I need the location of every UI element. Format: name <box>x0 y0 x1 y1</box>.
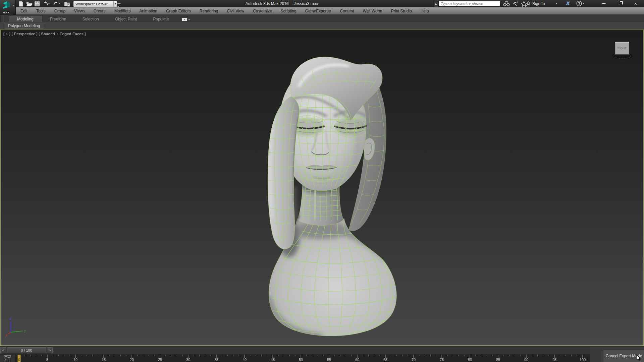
menu-gameexporter[interactable]: GameExporter <box>301 7 336 14</box>
open-file-icon <box>26 1 33 7</box>
mini-curve-editor-icon[interactable] <box>3 355 11 361</box>
svg-text:5: 5 <box>46 358 48 362</box>
svg-text:90: 90 <box>524 358 528 362</box>
menu-rendering[interactable]: Rendering <box>195 7 222 14</box>
menu-customize[interactable]: Customize <box>249 7 276 14</box>
search-go-button[interactable]: ▶ <box>433 1 439 7</box>
search-input[interactable] <box>439 1 500 6</box>
redo-button[interactable]: ▾ <box>53 1 60 7</box>
time-slider-row: < 0 / 100 > <box>0 347 644 355</box>
svg-text:40: 40 <box>243 358 247 362</box>
search-binoculars-icon[interactable] <box>503 1 510 7</box>
close-button[interactable]: × <box>631 0 641 7</box>
svg-text:x: x <box>5 333 7 337</box>
redo-icon <box>53 1 59 6</box>
menu-modifiers[interactable]: Modifiers <box>110 7 135 14</box>
previous-frame-button[interactable]: < <box>0 347 6 353</box>
workspace-dropdown[interactable]: Workspace: Default ▾ <box>73 1 117 7</box>
perspective-viewport[interactable]: [ + ] [ Perspective ] [ Shaded + Edged F… <box>0 29 644 346</box>
svg-text:35: 35 <box>214 358 218 362</box>
sign-in-button[interactable]: Sign In ▾ <box>526 0 557 7</box>
project-folder-icon <box>64 1 70 7</box>
ribbon-tab-populate[interactable]: Populate <box>145 16 177 22</box>
ribbon-minimize-icon: ▾ <box>182 18 187 21</box>
track-bar[interactable]: 0510152025303540455055606570758085909510… <box>0 355 644 362</box>
svg-text:0: 0 <box>18 358 20 362</box>
help-caret: ▾ <box>583 2 584 5</box>
ribbon-minimize-button[interactable]: ▾▾ <box>182 18 190 21</box>
svg-text:65: 65 <box>383 358 387 362</box>
restore-icon <box>619 2 623 5</box>
file-name: Jessica3.max <box>294 1 318 6</box>
ribbon-tab-modeling[interactable]: Modeling <box>9 16 42 22</box>
time-slider-handle[interactable]: 0 / 100 <box>7 347 46 353</box>
svg-text:85: 85 <box>496 358 500 362</box>
restore-button[interactable] <box>615 0 626 7</box>
svg-text:60: 60 <box>355 358 359 362</box>
svg-text:80: 80 <box>468 358 472 362</box>
undo-dropdown-caret[interactable]: ▾ <box>48 2 50 5</box>
svg-text:70: 70 <box>412 358 416 362</box>
viewport-label[interactable]: [ + ] [ Perspective ] [ Shaded + Edged F… <box>3 32 86 36</box>
menu-graph-editors[interactable]: Graph Editors <box>162 7 195 14</box>
ribbon-tab-selection[interactable]: Selection <box>74 16 107 22</box>
menu-print-studio[interactable]: Print Studio <box>387 7 416 14</box>
ribbon-tab-object-paint[interactable]: Object Paint <box>107 16 145 22</box>
help-button[interactable]: ? ▾ <box>576 1 584 6</box>
menu-civil-view[interactable]: Civil View <box>222 7 249 14</box>
menu-edit[interactable]: Edit <box>16 7 32 14</box>
project-folder-button[interactable] <box>64 1 70 7</box>
polygon-modeling-panel-button[interactable]: Polygon Modeling <box>5 23 43 29</box>
new-scene-button[interactable] <box>18 1 24 7</box>
sign-in-label: Sign In <box>532 1 545 6</box>
workspace-label: Workspace: Default <box>75 2 108 6</box>
open-file-button[interactable] <box>26 1 33 7</box>
ribbon-panel-strip: Polygon Modeling <box>0 22 644 29</box>
jessica-head-model[interactable]: zyx <box>1 30 643 345</box>
exchange-apps-icon[interactable]: X <box>566 0 570 6</box>
workspace-caret: ▾ <box>113 1 117 7</box>
menu-content[interactable]: Content <box>336 7 359 14</box>
cancel-expert-mode-button[interactable]: Cancel Expert Mode <box>603 349 644 362</box>
track-bar-ruler[interactable]: 0510152025303540455055606570758085909510… <box>15 355 590 362</box>
person-icon <box>526 1 531 6</box>
undo-button[interactable]: ▾ <box>42 1 50 7</box>
svg-text:25: 25 <box>158 358 162 362</box>
svg-text:y: y <box>24 329 26 333</box>
window-title: Autodesk 3ds Max 2016 Jessica3.max <box>208 0 356 7</box>
help-icon: ? <box>576 1 582 6</box>
view-cube[interactable]: RIGHT <box>610 40 634 61</box>
redo-dropdown-caret[interactable]: ▾ <box>59 2 60 5</box>
save-file-button[interactable] <box>34 1 40 7</box>
menu-views[interactable]: Views <box>70 7 89 14</box>
max-logo-icon <box>2 1 10 9</box>
svg-text:10: 10 <box>73 358 77 362</box>
menu-animation[interactable]: Animation <box>135 7 162 14</box>
application-menu-button[interactable]: MAX ▾ <box>0 0 16 15</box>
menu-bar: EditToolsGroupViewsCreateModifiersAnimat… <box>0 7 644 15</box>
sign-in-caret: ▾ <box>556 2 557 5</box>
menu-group[interactable]: Group <box>50 7 70 14</box>
ribbon-minimize-caret: ▾ <box>189 18 190 21</box>
view-cube-face-label: RIGHT <box>618 47 626 50</box>
max-logo-text: MAX <box>3 11 10 14</box>
title-bar: Autodesk 3ds Max 2016 Jessica3.max ▾ <box>0 0 644 7</box>
svg-text:75: 75 <box>440 358 444 362</box>
svg-text:50: 50 <box>299 358 303 362</box>
app-title: Autodesk 3ds Max 2016 <box>246 1 289 6</box>
undo-icon <box>42 1 48 6</box>
menu-tools[interactable]: Tools <box>32 7 50 14</box>
next-frame-button[interactable]: > <box>47 347 53 353</box>
communication-center-icon[interactable] <box>513 1 519 7</box>
svg-text:?: ? <box>578 2 580 5</box>
ribbon-tab-freeform[interactable]: Freeform <box>42 16 74 22</box>
svg-text:100: 100 <box>580 358 586 362</box>
menu-scripting[interactable]: Scripting <box>276 7 301 14</box>
menu-wall-worm[interactable]: Wall Worm <box>359 7 387 14</box>
svg-text:95: 95 <box>552 358 556 362</box>
minimize-button[interactable]: ─ <box>599 0 609 7</box>
svg-text:z: z <box>10 316 11 320</box>
menu-help[interactable]: Help <box>416 7 433 14</box>
app-menu-caret: ▾ <box>13 4 14 7</box>
menu-create[interactable]: Create <box>89 7 110 14</box>
